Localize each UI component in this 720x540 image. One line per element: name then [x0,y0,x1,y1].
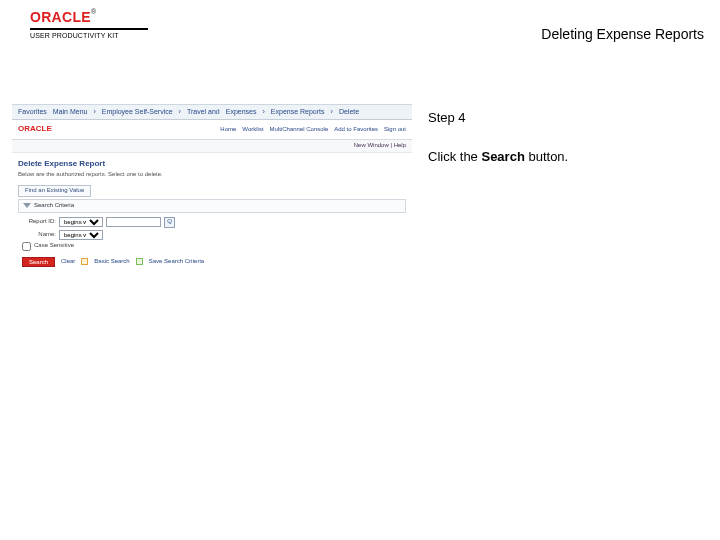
report-id-operator[interactable]: begins with [59,217,103,227]
section-description: Below are the authorized reports. Select… [18,171,406,179]
breadcrumb-bar: Favorites Main Menu › Employee Self-Serv… [12,104,412,120]
save-search-link[interactable]: Save Search Criteria [149,258,204,266]
breadcrumb-item[interactable]: Delete [339,107,359,116]
breadcrumb-item[interactable]: Favorites [18,107,47,116]
brand-text: ORACLE [30,9,91,25]
action-row: Search Clear Basic Search Save Search Cr… [18,255,406,271]
search-form: Report ID: begins with Q Name: begins wi… [18,213,406,255]
oracle-logo: ORACLE® USER PRODUCTIVITY KIT [30,8,148,39]
instruction-bold: Search [481,149,524,164]
instruction-before: Click the [428,149,481,164]
top-links: Home Worklist MultiChannel Console Add t… [220,126,406,134]
report-id-input[interactable] [106,217,161,227]
favorites-link[interactable]: Add to Favorites [334,126,378,134]
app-screenshot: Favorites Main Menu › Employee Self-Serv… [12,104,412,278]
panel-label: Search Criteria [34,202,74,208]
tab-find-existing[interactable]: Find an Existing Value [18,185,91,197]
breadcrumb-item[interactable]: Expense Reports [271,107,325,116]
page-header: ORACLE® USER PRODUCTIVITY KIT Deleting E… [0,0,720,56]
instruction-column: Step 4 Click the Search button. [420,104,700,278]
instruction-after: button. [525,149,568,164]
name-label: Name: [22,231,56,239]
worklist-link[interactable]: Worklist [242,126,263,134]
basic-search-link[interactable]: Basic Search [94,258,129,266]
breadcrumb-item[interactable]: Employee Self-Service [102,107,173,116]
window-help-bar[interactable]: New Window | Help [12,140,412,153]
search-button[interactable]: Search [22,257,55,267]
section-heading: Delete Expense Report [18,159,406,169]
app-body: Delete Expense Report Below are the auth… [12,153,412,277]
page-title: Deleting Expense Reports [541,26,704,42]
report-id-label: Report ID: [22,218,56,226]
search-criteria-panel: Search Criteria [18,199,406,213]
name-operator[interactable]: begins with [59,230,103,240]
instruction-text: Click the Search button. [428,149,700,164]
screenshot-column: Favorites Main Menu › Employee Self-Serv… [0,104,420,278]
multichannel-link[interactable]: MultiChannel Console [270,126,329,134]
app-top-bar: ORACLE Home Worklist MultiChannel Consol… [12,120,412,140]
signout-link[interactable]: Sign out [384,126,406,134]
basic-search-icon [81,258,88,265]
case-sensitive-label: Case Sensitive [34,242,74,250]
app-logo: ORACLE [18,124,52,134]
trademark-symbol: ® [91,8,96,15]
clear-link[interactable]: Clear [61,258,75,266]
case-sensitive-checkbox[interactable] [22,242,31,251]
breadcrumb-item[interactable]: Main Menu [53,107,88,116]
home-link[interactable]: Home [220,126,236,134]
lookup-icon[interactable]: Q [164,217,175,228]
logo-divider [30,28,148,30]
subbrand-text: USER PRODUCTIVITY KIT [30,32,148,39]
breadcrumb-item[interactable]: Travel and [187,107,220,116]
chevron-down-icon[interactable] [23,203,31,208]
step-label: Step 4 [428,110,700,125]
breadcrumb-item[interactable]: Expenses [226,107,257,116]
save-search-icon [136,258,143,265]
main-content: Favorites Main Menu › Employee Self-Serv… [0,104,720,278]
